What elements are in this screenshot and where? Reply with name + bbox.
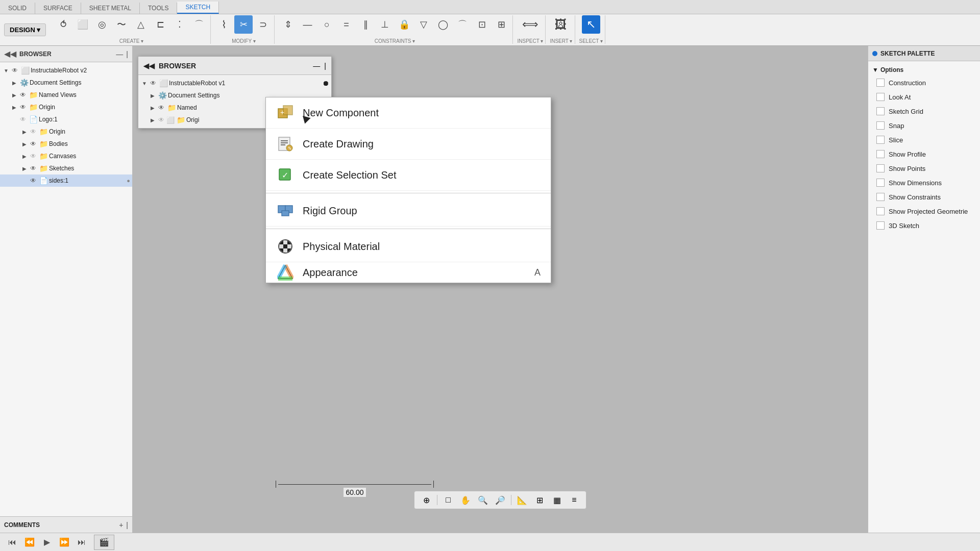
tab-solid[interactable]: SOLID: [0, 3, 35, 14]
zoom2-btn[interactable]: 🔎: [493, 493, 508, 507]
float-named-eye-icon[interactable]: 👁: [157, 104, 166, 111]
float-root-eye-icon[interactable]: 👁: [149, 80, 158, 87]
canvases-eye-icon[interactable]: 👁: [29, 153, 38, 160]
spline-tool[interactable]: 〜: [112, 15, 131, 34]
palette-show-constraints[interactable]: Show Constraints: [868, 190, 980, 204]
triangle-tool[interactable]: △: [132, 15, 150, 34]
named-views-eye-icon[interactable]: 👁: [18, 91, 28, 98]
grid2-btn[interactable]: ▦: [549, 493, 565, 507]
orbit-btn[interactable]: ⊕: [419, 493, 434, 507]
insert-label[interactable]: INSERT ▾: [550, 38, 572, 44]
tree-canvases[interactable]: ▶ 👁 📁 Canvases: [0, 150, 132, 162]
root-eye-icon[interactable]: 👁: [10, 67, 19, 74]
logo-eye-icon[interactable]: 👁: [18, 116, 28, 123]
pan-btn[interactable]: ✋: [458, 493, 473, 507]
tree-doc-settings[interactable]: ▶ ⚙️ Document Settings: [0, 77, 132, 89]
origin1-eye-icon[interactable]: 👁: [18, 104, 28, 111]
bodies-eye-icon[interactable]: 👁: [29, 140, 38, 147]
design-button[interactable]: DESIGN ▾: [4, 23, 46, 36]
circ-con[interactable]: ◯: [434, 15, 452, 34]
perpendicular-con[interactable]: ⊥: [376, 15, 394, 34]
insert-image[interactable]: 🖼: [552, 15, 570, 34]
show-points-checkbox[interactable]: [876, 164, 885, 172]
palette-construction[interactable]: Construction: [868, 76, 980, 90]
tree-root[interactable]: ▼ 👁 ⬜ InstructableRobot v2: [0, 64, 132, 77]
comments-pin-btn[interactable]: |: [126, 521, 128, 529]
show-profile-checkbox[interactable]: [876, 150, 885, 158]
constraints-label[interactable]: CONSTRAINTS ▾: [375, 38, 415, 44]
menu-appearance[interactable]: Appearance A: [266, 262, 551, 283]
menu-create-drawing[interactable]: ✎ Create Drawing: [266, 129, 551, 160]
lock-con[interactable]: 🔒: [395, 15, 413, 34]
show-dimensions-checkbox[interactable]: [876, 179, 885, 187]
vertical-con[interactable]: ⇕: [279, 15, 297, 34]
palette-sketch-grid[interactable]: Sketch Grid: [868, 104, 980, 118]
comments-add-btn[interactable]: +: [119, 521, 123, 529]
tree-origin-2[interactable]: ▶ 👁 📁 Origin: [0, 126, 132, 138]
tree-sketches[interactable]: ▶ 👁 📁 Sketches: [0, 162, 132, 174]
tab-tools[interactable]: TOOLS: [140, 3, 177, 14]
extend-tool[interactable]: ⊃: [254, 15, 272, 34]
palette-snap[interactable]: Snap: [868, 118, 980, 133]
show-constraints-checkbox[interactable]: [876, 193, 885, 201]
equal-con[interactable]: =: [337, 15, 355, 34]
origin2-eye-icon[interactable]: 👁: [29, 128, 38, 135]
palette-show-points[interactable]: Show Points: [868, 161, 980, 176]
look-at-checkbox[interactable]: [876, 93, 885, 101]
sketches-eye-icon[interactable]: 👁: [29, 165, 38, 172]
select-label[interactable]: SELECT ▾: [579, 38, 603, 44]
line-tool[interactable]: ⌇: [215, 15, 233, 34]
sides-eye-icon[interactable]: 👁: [29, 177, 38, 184]
tri-con[interactable]: ▽: [414, 15, 433, 34]
tab-sketch[interactable]: SKETCH: [177, 2, 219, 14]
menu-create-selection[interactable]: ✓ Create Selection Set: [266, 160, 551, 191]
floating-tree-root[interactable]: ▼ 👁 ⬜ InstructableRobot v1 ⏺: [138, 77, 331, 89]
circle-tool[interactable]: ◎: [93, 15, 111, 34]
palette-show-profile[interactable]: Show Profile: [868, 147, 980, 161]
3d-sketch-checkbox[interactable]: [876, 221, 885, 230]
palette-show-projected[interactable]: Show Projected Geometrie: [868, 204, 980, 218]
browser-collapse-btn[interactable]: —: [116, 50, 123, 58]
tree-sides1[interactable]: ▶ 👁 📄 sides:1 ●: [0, 174, 132, 187]
show-projected-checkbox[interactable]: [876, 207, 885, 215]
floating-browser-close-btn[interactable]: —: [313, 62, 320, 70]
select-tool[interactable]: ↖: [582, 15, 600, 34]
midpoint-con[interactable]: ⊡: [473, 15, 491, 34]
tree-logo1[interactable]: ▼ 👁 📄 Logo:1: [0, 113, 132, 126]
menu-physical-material[interactable]: Physical Material: [266, 231, 551, 262]
arc2-tool[interactable]: ⌒: [190, 15, 208, 34]
tangent-con[interactable]: ⌒: [453, 15, 472, 34]
options-section-header[interactable]: ▼ Options: [868, 64, 980, 76]
point-tool[interactable]: ⁚: [170, 15, 189, 34]
browser-back-icon[interactable]: ◀◀: [4, 49, 16, 59]
float-origin-eye-icon[interactable]: 👁: [157, 116, 166, 123]
palette-slice[interactable]: Slice: [868, 133, 980, 147]
sketch-grid-checkbox[interactable]: [876, 107, 885, 115]
playback-prev-btn[interactable]: ⏪: [22, 535, 37, 549]
menu-rigid-group[interactable]: Rigid Group: [266, 195, 551, 227]
palette-show-dimensions[interactable]: Show Dimensions: [868, 176, 980, 190]
dimension-tool[interactable]: ⟺: [521, 15, 540, 34]
create-label[interactable]: CREATE ▾: [119, 38, 144, 44]
playback-end-btn[interactable]: ⏭: [75, 535, 89, 549]
parallel-con[interactable]: ∥: [356, 15, 375, 34]
tab-sheet-metal[interactable]: SHEET METAL: [81, 3, 140, 14]
playback-start-btn[interactable]: ⏮: [5, 535, 19, 549]
tab-surface[interactable]: SURFACE: [35, 3, 81, 14]
menu-new-component[interactable]: + New Component: [266, 97, 551, 129]
playback-next-btn[interactable]: ⏩: [57, 535, 71, 549]
display-mode-btn[interactable]: 📐: [514, 493, 530, 507]
arc-tool[interactable]: ⥀: [54, 15, 72, 34]
tree-named-views[interactable]: ▶ 👁 📁 Named Views: [0, 89, 132, 101]
browser-pin-btn[interactable]: |: [126, 50, 128, 58]
playback-play-btn[interactable]: ▶: [40, 535, 54, 549]
sym-con[interactable]: ⊞: [492, 15, 510, 34]
inspect-label[interactable]: INSPECT ▾: [517, 38, 543, 44]
palette-3d-sketch[interactable]: 3D Sketch: [868, 218, 980, 233]
modify-label[interactable]: MODIFY ▾: [232, 38, 255, 44]
construction-checkbox[interactable]: [876, 79, 885, 87]
trim-tool[interactable]: ✂: [234, 15, 253, 34]
palette-look-at[interactable]: Look At: [868, 90, 980, 104]
zoom-btn[interactable]: 🔍: [475, 493, 491, 507]
ellipse-con[interactable]: ○: [317, 15, 336, 34]
